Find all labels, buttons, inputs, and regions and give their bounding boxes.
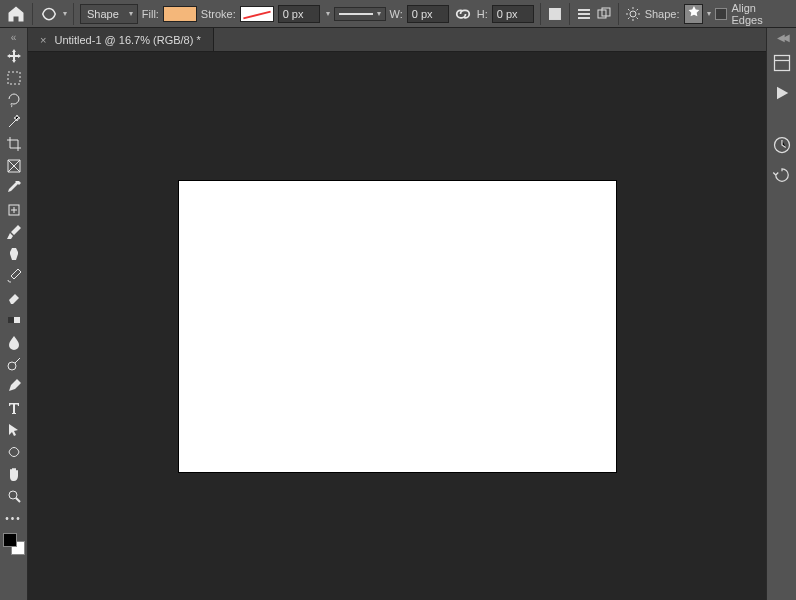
more-tools-icon[interactable]: •••	[2, 507, 26, 529]
foreground-color-swatch[interactable]	[3, 533, 17, 547]
svg-point-9	[9, 491, 17, 499]
tool-preset-chevron-icon[interactable]: ▾	[63, 9, 67, 18]
fill-swatch[interactable]	[163, 6, 197, 22]
svg-rect-7	[8, 317, 14, 323]
svg-rect-0	[549, 8, 561, 20]
move-tool[interactable]	[2, 45, 26, 67]
eyedropper-tool[interactable]	[2, 177, 26, 199]
custom-shape-tool[interactable]	[2, 441, 26, 463]
history-brush-tool[interactable]	[2, 265, 26, 287]
shape-picker-chevron-icon[interactable]: ▾	[707, 9, 711, 18]
path-alignment-icon[interactable]	[576, 6, 592, 22]
eraser-tool[interactable]	[2, 287, 26, 309]
clone-tool[interactable]	[2, 243, 26, 265]
workspace: « ••• × Untitled-1 @ 16.7%	[0, 28, 796, 600]
magic-wand-tool[interactable]	[2, 111, 26, 133]
lasso-tool[interactable]	[2, 89, 26, 111]
svg-point-3	[630, 11, 636, 17]
tool-mode-select[interactable]: Shape ▾	[80, 4, 138, 24]
fg-bg-colors[interactable]	[3, 533, 25, 555]
document-area: × Untitled-1 @ 16.7% (RGB/8) *	[28, 28, 766, 600]
svg-point-8	[8, 362, 16, 370]
stroke-style-select[interactable]: ▾	[334, 7, 386, 21]
brush-tool[interactable]	[2, 221, 26, 243]
right-panel-dock: ◀◀	[766, 28, 796, 600]
path-arrangement-icon[interactable]	[596, 6, 612, 22]
stroke-style-chevron-icon[interactable]: ▾	[377, 9, 381, 18]
close-icon[interactable]: ×	[40, 34, 46, 46]
zoom-tool[interactable]	[2, 485, 26, 507]
crop-tool[interactable]	[2, 133, 26, 155]
shape-picker[interactable]	[684, 4, 704, 24]
spot-heal-tool[interactable]	[2, 199, 26, 221]
expand-panels-icon[interactable]: ◀◀	[777, 32, 787, 43]
home-icon[interactable]	[6, 4, 26, 24]
height-field[interactable]	[492, 5, 534, 23]
document-tab[interactable]: × Untitled-1 @ 16.7% (RGB/8) *	[28, 28, 214, 51]
svg-rect-10	[774, 56, 789, 71]
document-tab-title: Untitled-1 @ 16.7% (RGB/8) *	[54, 34, 200, 46]
canvas[interactable]	[179, 181, 616, 472]
height-label: H:	[477, 8, 488, 20]
width-input[interactable]	[407, 5, 449, 23]
rect-marquee-tool[interactable]	[2, 67, 26, 89]
panel-toggle-icon[interactable]	[772, 53, 792, 73]
tool-mode-label: Shape	[87, 8, 119, 20]
gear-icon[interactable]	[625, 6, 641, 22]
navigator-icon[interactable]	[772, 135, 792, 155]
blur-tool[interactable]	[2, 331, 26, 353]
stroke-swatch[interactable]	[240, 6, 274, 22]
hand-tool[interactable]	[2, 463, 26, 485]
path-operations-icon[interactable]	[547, 6, 563, 22]
svg-rect-4	[8, 72, 20, 84]
height-input[interactable]	[492, 5, 534, 23]
align-edges-checkbox[interactable]	[715, 8, 727, 20]
width-label: W:	[390, 8, 403, 20]
link-wh-icon[interactable]	[453, 4, 473, 24]
options-bar: ▾ Shape ▾ Fill: Stroke: ▾ ▾ W: H: S	[0, 0, 796, 28]
stroke-width-chevron-icon[interactable]: ▾	[326, 9, 330, 18]
document-tabs: × Untitled-1 @ 16.7% (RGB/8) *	[28, 28, 766, 52]
gradient-tool[interactable]	[2, 309, 26, 331]
canvas-area[interactable]	[28, 52, 766, 600]
width-field[interactable]	[407, 5, 449, 23]
tools-panel: « •••	[0, 28, 28, 600]
stroke-label: Stroke:	[201, 8, 236, 20]
custom-shape-tool-icon[interactable]	[39, 4, 59, 24]
pen-tool[interactable]	[2, 375, 26, 397]
stroke-width-field[interactable]: ▾	[278, 5, 330, 23]
chevron-down-icon: ▾	[129, 9, 133, 18]
type-tool[interactable]	[2, 397, 26, 419]
play-actions-icon[interactable]	[772, 83, 792, 103]
solid-line-icon	[339, 13, 373, 15]
fill-label: Fill:	[142, 8, 159, 20]
history-icon[interactable]	[772, 165, 792, 185]
dodge-tool[interactable]	[2, 353, 26, 375]
shape-label: Shape:	[645, 8, 680, 20]
align-edges-label: Align Edges	[731, 2, 790, 26]
path-select-tool[interactable]	[2, 419, 26, 441]
toolbar-collapse-icon[interactable]: «	[11, 32, 17, 43]
slice-tool[interactable]	[2, 155, 26, 177]
stroke-width-input[interactable]	[278, 5, 320, 23]
